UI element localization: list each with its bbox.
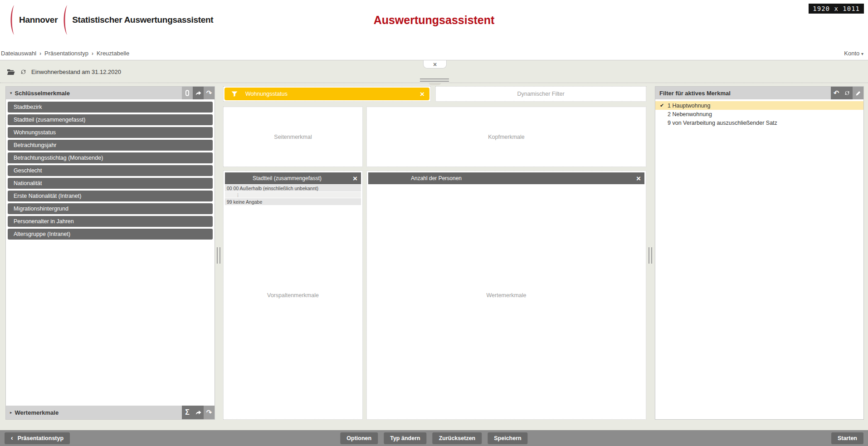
value-features-label: Wertemerkmale: [367, 171, 646, 419]
feature-stadtteil[interactable]: Stadtteil (zusammengefasst): [8, 114, 213, 125]
remove-filter-icon[interactable]: ×: [420, 90, 424, 98]
collapse-open-icon: ▾: [10, 91, 12, 95]
active-filter-panel-title: Filter für aktives Merkmal: [659, 90, 731, 97]
page-feature-dropzone[interactable]: Seitenmerkmal: [223, 107, 363, 167]
splitter-notch: [429, 83, 441, 85]
right-splitter-handle[interactable]: [649, 247, 654, 264]
value-features-header[interactable]: ▸ Wertemerkmale Σ ↷: [6, 406, 215, 419]
redo-button[interactable]: ↷: [204, 87, 215, 99]
chevron-left-icon: ‹: [11, 436, 13, 441]
page-title: Auswertungsassistent: [0, 14, 868, 27]
check-icon: ✔: [658, 103, 665, 108]
filter-value-hauptwohnung[interactable]: ✔ 1 Hauptwohnung: [655, 101, 863, 110]
feature-stadtbezirk[interactable]: Stadtbezirk: [8, 102, 213, 113]
account-menu[interactable]: Konto ▾: [844, 50, 863, 57]
file-name: Einwohnerbestand am 31.12.2020: [31, 69, 121, 75]
feature-personenalter[interactable]: Personenalter in Jahren: [8, 216, 213, 227]
active-filter-zone[interactable]: Wohnungsstatus ×: [223, 86, 431, 102]
dynamic-filter-zone[interactable]: Dynamischer Filter: [435, 86, 646, 102]
feature-altersgruppe[interactable]: Altersgruppe (Intranet): [8, 229, 213, 240]
feature-migrationshintergrund[interactable]: Migrationshintergrund: [8, 203, 213, 214]
row-features-label: Vorspaltenmerkmale: [224, 171, 362, 419]
app-header: Hannover Statistischer Auswertungsassist…: [0, 0, 868, 60]
speichern-button[interactable]: Speichern: [488, 432, 527, 444]
sync-icon: [844, 90, 850, 96]
close-icon[interactable]: ×: [349, 175, 361, 182]
share-arrow-icon: [195, 409, 202, 416]
link-button[interactable]: [182, 87, 193, 99]
widget-row: 00 00 Außerhalb (einschließlich unbekann…: [225, 185, 361, 191]
feature-nationalitaet[interactable]: Nationalität: [8, 178, 213, 189]
link-icon: [184, 89, 190, 97]
breadcrumb: Dateiauswahl › Präsentationstyp › Kreuzt…: [1, 50, 129, 57]
close-icon: ×: [433, 61, 437, 68]
back-praesentationstyp-button[interactable]: ‹ Präsentationstyp: [5, 432, 70, 444]
widget-row: 99 keine Angabe: [225, 198, 361, 205]
app-window: Hannover Statistischer Auswertungsassist…: [0, 0, 868, 446]
anzahl-widget-title: Anzahl der Personen: [368, 175, 504, 181]
share-arrow-icon: [195, 90, 202, 96]
anzahl-widget-header[interactable]: Anzahl der Personen ×: [368, 172, 644, 184]
active-filter-panel: Filter für aktives Merkmal ↶ ✔ 1 Hauptwo…: [655, 86, 864, 420]
pencil-icon: [855, 90, 861, 96]
dynamic-filter-label: Dynamischer Filter: [436, 87, 646, 101]
share-button[interactable]: [193, 87, 204, 99]
undo-button[interactable]: ↶: [831, 87, 842, 99]
filter-value-list: ✔ 1 Hauptwohnung 2 Nebenwohnung 9 von Ve…: [655, 99, 863, 127]
head-features-label: Kopfmerkmale: [367, 107, 646, 167]
key-features-panel: ▾ Schlüsselmerkmale ↷ Stadtbezirk Stadtt…: [5, 86, 215, 420]
page-feature-label: Seitenmerkmal: [224, 107, 362, 167]
widget-row-ellipsis: ⋮: [225, 192, 361, 198]
footer-center-buttons: Optionen Typ ändern Zurücksetzen Speiche…: [340, 432, 527, 444]
key-features-header[interactable]: ▾ Schlüsselmerkmale ↷: [6, 87, 215, 99]
close-icon[interactable]: ×: [633, 175, 644, 182]
value-features-title: Wertemerkmale: [15, 409, 59, 416]
key-features-title: Schlüsselmerkmale: [15, 90, 70, 97]
breadcrumb-praesentationstyp[interactable]: Präsentationstyp: [44, 50, 88, 57]
left-splitter-handle[interactable]: [217, 247, 222, 264]
sync-button[interactable]: [842, 87, 853, 99]
redo-button[interactable]: ↷: [204, 406, 215, 419]
zuruecksetzen-button[interactable]: Zurücksetzen: [433, 432, 482, 444]
feature-erste-nationalitaet[interactable]: Erste Nationalität (Intranet): [8, 191, 213, 201]
feature-betrachtungsjahr[interactable]: Betrachtungsjahr: [8, 140, 213, 151]
filter-chip-wohnungsstatus[interactable]: Wohnungsstatus ×: [224, 88, 429, 100]
optionen-button[interactable]: Optionen: [340, 432, 378, 444]
sigma-button[interactable]: Σ: [182, 406, 193, 419]
active-filter-panel-header: Filter für aktives Merkmal ↶: [655, 87, 863, 99]
collapse-header-tab[interactable]: ×: [423, 60, 447, 69]
key-features-list: Stadtbezirk Stadtteil (zusammengefasst) …: [6, 99, 215, 244]
value-features-dropzone[interactable]: Wertemerkmale Anzahl der Personen ×: [366, 171, 646, 420]
stadtteil-widget-header[interactable]: Stadtteil (zusammengefasst) ×: [225, 172, 361, 184]
file-bar: Einwohnerbestand am 31.12.2020: [7, 66, 121, 77]
breadcrumb-separator: ›: [92, 50, 93, 57]
bottom-toolbar: ‹ Präsentationstyp Optionen Typ ändern Z…: [0, 430, 868, 446]
chevron-down-icon: ▾: [861, 51, 863, 56]
redo-icon: ↷: [206, 90, 212, 97]
feature-betrachtungsstichtag[interactable]: Betrachtungsstichtag (Monatsende): [8, 152, 213, 163]
breadcrumb-separator: ›: [39, 50, 41, 57]
collapse-closed-icon: ▸: [10, 410, 12, 415]
redo-icon: ↷: [206, 409, 212, 416]
sigma-icon: Σ: [185, 408, 190, 417]
horizontal-splitter-handle[interactable]: [420, 77, 449, 82]
breadcrumb-dateiauswahl[interactable]: Dateiauswahl: [1, 50, 36, 57]
account-label: Konto: [844, 50, 859, 57]
refresh-icon[interactable]: [19, 68, 27, 75]
feature-geschlecht[interactable]: Geschlecht: [8, 165, 213, 176]
starten-button[interactable]: Starten: [831, 432, 863, 444]
open-folder-icon[interactable]: [7, 68, 15, 75]
share-button[interactable]: [193, 406, 204, 419]
row-features-dropzone[interactable]: Vorspaltenmerkmale Stadtteil (zusammenge…: [223, 171, 363, 420]
filter-chip-label: Wohnungsstatus: [245, 91, 420, 97]
head-features-dropzone[interactable]: Kopfmerkmale: [366, 107, 646, 167]
filter-value-nebenwohnung[interactable]: 2 Nebenwohnung: [655, 110, 863, 118]
stadtteil-widget-title: Stadtteil (zusammengefasst): [225, 175, 349, 181]
feature-wohnungsstatus[interactable]: Wohnungsstatus: [8, 127, 213, 138]
undo-icon: ↶: [834, 90, 839, 97]
typ-aendern-button[interactable]: Typ ändern: [384, 432, 426, 444]
funnel-icon: [231, 91, 238, 97]
filter-value-auszuschliessender-satz[interactable]: 9 von Verarbeitung auszuschließender Sat…: [655, 118, 863, 127]
breadcrumb-kreuztabelle[interactable]: Kreuztabelle: [97, 50, 129, 57]
edit-button[interactable]: [853, 87, 863, 99]
